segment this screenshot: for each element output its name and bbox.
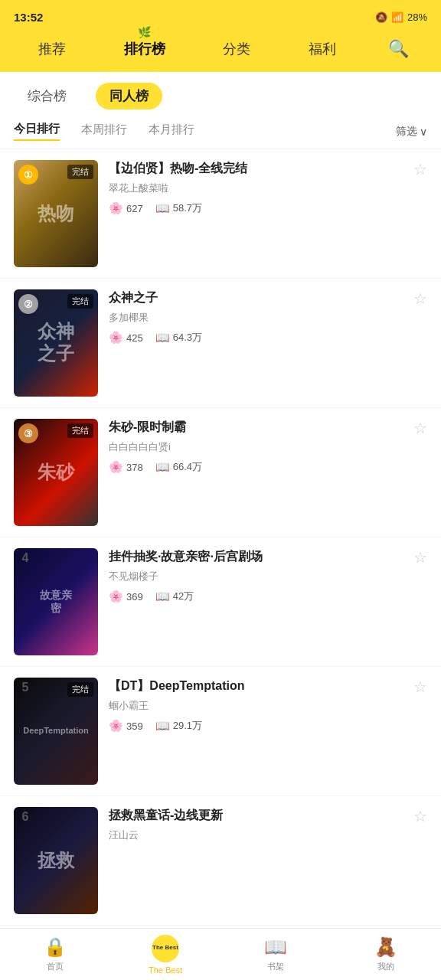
nav-ranking[interactable]: 排行榜 — [118, 37, 172, 61]
favorite-icon-1[interactable]: ☆ — [413, 160, 427, 178]
rank-badge-3: ③ — [18, 423, 38, 443]
favorite-icon-2[interactable]: ☆ — [413, 289, 427, 308]
book-title-4[interactable]: 挂件抽奖·故意亲密·后宫剧场 — [109, 548, 403, 565]
read-icon: 📖 — [155, 590, 170, 603]
rank-cover-1: ① 热吻 完结 — [14, 160, 98, 267]
completed-badge-5: 完结 — [67, 682, 93, 697]
book-title-5[interactable]: 【DT】DeepTemptation — [109, 678, 403, 694]
rank-cover-3: ③ 朱砂 完结 — [14, 419, 98, 526]
book-stats-2: 🌸 425 📖 64.3万 — [109, 331, 403, 345]
bottom-nav-best[interactable]: The Best The Best — [110, 935, 220, 975]
like-icon: 🌸 — [109, 590, 123, 603]
main-tabs: 综合榜 同人榜 — [0, 72, 441, 117]
home-icon: 🔒 — [44, 936, 67, 958]
likes-1: 🌸 627 — [109, 201, 143, 215]
book-info-3: 朱砂-限时制霸 白白白白白贤i 🌸 378 📖 66.4万 — [109, 419, 403, 474]
profile-label: 我的 — [377, 961, 394, 972]
filter-row: 今日排行 本周排行 本月排行 筛选 ∨ — [0, 117, 441, 149]
list-item: 6 拯救 拯救黑童话-边线更新 汪山云 ☆ — [0, 796, 441, 926]
like-icon: 🌸 — [109, 331, 123, 345]
best-badge-icon: The Best — [152, 935, 179, 962]
book-stats-3: 🌸 378 📖 66.4万 — [109, 460, 403, 474]
book-info-6: 拯救黑童话-边线更新 汪山云 — [109, 807, 403, 848]
book-title-2[interactable]: 众神之子 — [109, 289, 403, 306]
reads-1: 📖 58.7万 — [155, 201, 202, 215]
likes-2: 🌸 425 — [109, 331, 143, 345]
book-title-6[interactable]: 拯救黑童话-边线更新 — [109, 807, 403, 824]
signal-icon: 📶 — [391, 11, 403, 23]
book-info-1: 【边伯贤】热吻-全线完结 翠花上酸菜啦 🌸 627 📖 58.7万 — [109, 160, 403, 215]
completed-badge-1: 完结 — [67, 165, 93, 179]
list-item: ① 热吻 完结 【边伯贤】热吻-全线完结 翠花上酸菜啦 🌸 627 📖 58.7… — [0, 149, 441, 279]
tab-fanfiction[interactable]: 同人榜 — [96, 83, 162, 109]
rank-badge-4: 4 — [15, 548, 35, 568]
read-icon: 📖 — [155, 719, 170, 733]
book-stats-1: 🌸 627 📖 58.7万 — [109, 201, 403, 215]
bottom-nav-home[interactable]: 🔒 首页 — [0, 936, 110, 972]
favorite-icon-6[interactable]: ☆ — [413, 807, 427, 825]
nav-category[interactable]: 分类 — [217, 37, 256, 61]
rank-cover-2: ② 众神之子 完结 — [14, 289, 98, 397]
book-title-1[interactable]: 【边伯贤】热吻-全线完结 — [109, 160, 403, 177]
tab-general[interactable]: 综合榜 — [14, 83, 80, 109]
filter-month[interactable]: 本月排行 — [149, 122, 194, 140]
favorite-icon-3[interactable]: ☆ — [413, 419, 427, 437]
chevron-down-icon: ∨ — [420, 126, 427, 138]
book-info-2: 众神之子 多加椰果 🌸 425 📖 64.3万 — [109, 289, 403, 345]
rank-cover-6: 6 拯救 — [14, 807, 98, 914]
rank-cover-5: 5 DeepTemptation 完结 — [14, 678, 98, 785]
book-author-5: 蝈小霸王 — [109, 699, 403, 713]
like-icon: 🌸 — [109, 719, 123, 733]
book-stats-4: 🌸 369 📖 42万 — [109, 590, 403, 603]
filter-week[interactable]: 本周排行 — [81, 122, 127, 140]
book-author-2: 多加椰果 — [109, 311, 403, 325]
reads-4: 📖 42万 — [155, 590, 194, 603]
rank-badge-5: 5 — [15, 678, 35, 697]
completed-badge-2: 完结 — [67, 294, 93, 309]
likes-3: 🌸 378 — [109, 460, 143, 474]
likes-5: 🌸 359 — [109, 719, 143, 733]
like-icon: 🌸 — [109, 201, 123, 215]
reads-3: 📖 66.4万 — [155, 460, 202, 474]
shelf-icon: 📖 — [264, 936, 287, 958]
book-title-3[interactable]: 朱砂-限时制霸 — [109, 419, 403, 436]
book-author-4: 不见烟楼子 — [109, 570, 403, 583]
filter-select[interactable]: 筛选 ∨ — [396, 125, 427, 139]
list-item: 5 DeepTemptation 完结 【DT】DeepTemptation 蝈… — [0, 667, 441, 796]
battery-label: 28% — [407, 11, 427, 23]
rank-cover-4: 4 故意亲密 — [14, 548, 98, 655]
mute-icon: 🔕 — [375, 11, 387, 23]
favorite-icon-4[interactable]: ☆ — [413, 548, 427, 567]
bottom-nav-shelf[interactable]: 📖 书架 — [220, 936, 331, 972]
read-icon: 📖 — [155, 201, 170, 215]
completed-badge-3: 完结 — [67, 423, 93, 438]
bottom-nav-profile[interactable]: 🧸 我的 — [331, 936, 441, 972]
book-author-1: 翠花上酸菜啦 — [109, 181, 403, 195]
status-icons: 🔕 📶 28% — [375, 11, 427, 23]
search-icon[interactable]: 🔍 — [388, 39, 409, 59]
book-info-4: 挂件抽奖·故意亲密·后宫剧场 不见烟楼子 🌸 369 📖 42万 — [109, 548, 403, 603]
rank-badge-6: 6 — [15, 807, 35, 827]
read-icon: 📖 — [155, 460, 170, 474]
likes-4: 🌸 369 — [109, 590, 143, 603]
rank-badge-1: ① — [18, 165, 38, 185]
favorite-icon-5[interactable]: ☆ — [413, 678, 427, 696]
list-item: ② 众神之子 完结 众神之子 多加椰果 🌸 425 📖 64.3万 ☆ — [0, 279, 441, 408]
status-bar: 13:52 🔕 📶 28% — [0, 0, 441, 31]
home-label: 首页 — [47, 961, 64, 972]
book-info-5: 【DT】DeepTemptation 蝈小霸王 🌸 359 📖 29.1万 — [109, 678, 403, 733]
read-icon: 📖 — [155, 331, 170, 345]
nav-welfare[interactable]: 福利 — [302, 37, 342, 61]
status-time: 13:52 — [14, 11, 43, 24]
list-item: 4 故意亲密 挂件抽奖·故意亲密·后宫剧场 不见烟楼子 🌸 369 📖 42万 … — [0, 537, 441, 667]
reads-2: 📖 64.3万 — [155, 331, 202, 345]
best-label: The Best — [149, 965, 182, 975]
shelf-label: 书架 — [267, 961, 284, 972]
filter-today[interactable]: 今日排行 — [14, 122, 60, 141]
reads-5: 📖 29.1万 — [155, 719, 202, 733]
nav-bar: 推荐 排行榜 分类 福利 🔍 — [0, 31, 441, 72]
list-item: ③ 朱砂 完结 朱砂-限时制霸 白白白白白贤i 🌸 378 📖 66.4万 ☆ — [0, 408, 441, 537]
nav-recommend[interactable]: 推荐 — [32, 37, 72, 61]
book-author-6: 汪山云 — [109, 828, 403, 842]
profile-icon: 🧸 — [374, 936, 397, 958]
